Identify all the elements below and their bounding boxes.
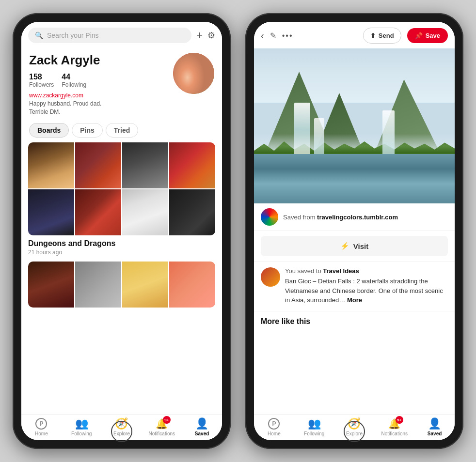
desc-board-name[interactable]: Travel Ideas [323,267,359,275]
source-prefix: Saved from [283,214,317,221]
more-like-this: More like this [254,311,455,330]
board-cell-1 [28,142,74,188]
visit-label: Visit [353,242,368,250]
desc-saved-text: You saved to Travel Ideas [285,267,448,275]
right-home-icon: P [268,417,280,430]
profile-bio: Happy husband. Proud dad. Terrible DM. [29,100,168,116]
source-avatar [261,208,278,226]
followers-stat[interactable]: 158 Followers [29,73,54,88]
following-icon: 👥 [75,417,88,430]
edit-button[interactable]: ✎ [270,31,276,40]
avatar [173,53,214,94]
search-bar[interactable]: 🔍 Search your Pins [28,28,191,43]
source-text: Saved from travelingcolors.tumblr.com [283,214,398,221]
profile-tabs: Boards Pins Tried [21,120,222,142]
boards-content: Dungeons and Dragons 21 hours ago [21,142,222,414]
desc-saved-to: saved to [298,267,323,275]
pin-description: You saved to Travel Ideas Ban Gioc – Det… [254,262,455,311]
water [254,154,455,203]
right-nav-home[interactable]: P Home [254,417,294,436]
top-bar: 🔍 Search your Pins + ⚙ [21,22,222,47]
board-1-time: 21 hours ago [28,249,215,256]
save-button[interactable]: 📌 Save [407,28,448,43]
left-phone: 🔍 Search your Pins + ⚙ Zack Argyle 158 F… [13,13,231,449]
sky [254,48,455,103]
right-notifications-icon: 🔔 9+ [388,417,401,430]
home-label: Home [35,431,48,436]
profile-section: Zack Argyle 158 Followers 44 Following w… [21,47,222,120]
desc-user-avatar [261,267,280,287]
save-label: Save [426,32,440,39]
right-phone: ‹ ✎ ••• ⬆ Send 📌 Save [245,13,463,449]
followers-label: Followers [29,81,54,88]
board-cell-7 [122,189,168,235]
lightning-icon: ⚡ [340,242,349,250]
notifications-label: Notifications [149,431,175,436]
profile-website[interactable]: www.zackargyle.com [29,92,168,99]
desc-user-name: You [285,267,296,275]
send-button[interactable]: ⬆ Send [363,28,401,44]
source-domain[interactable]: travelingcolors.tumblr.com [317,214,398,221]
waterfall-2 [314,118,324,157]
nav-saved[interactable]: 👤 Saved [182,417,222,436]
right-notifications-label: Notifications [381,431,408,436]
search-placeholder: Search your Pins [47,31,99,39]
tab-boards[interactable]: Boards [29,123,69,138]
right-following-icon: 👥 [308,417,320,430]
pin-top-bar: ‹ ✎ ••• ⬆ Send 📌 Save [254,22,455,48]
right-saved-icon: 👤 [428,417,441,430]
board-cell-5 [28,189,74,235]
bio-line1: Happy husband. Proud dad. [29,100,101,107]
following-stat[interactable]: 44 Following [62,73,86,88]
visit-button[interactable]: ⚡ Visit [261,236,448,256]
tab-tried[interactable]: Tried [106,123,138,138]
board-1-title: Dungeons and Dragons [28,239,215,248]
right-pinterest-outline: P [268,418,280,430]
right-screen: ‹ ✎ ••• ⬆ Send 📌 Save [254,22,455,440]
back-button[interactable]: ‹ [261,30,264,41]
nav-following[interactable]: 👥 Following [62,417,102,436]
board-2-grid[interactable] [28,262,215,308]
nav-notifications[interactable]: 🔔 9+ Notifications [142,417,182,436]
home-button-right[interactable] [344,421,365,442]
home-button-left[interactable] [111,421,132,442]
following-count: 44 [62,73,86,81]
board-1-grid[interactable] [28,142,215,235]
food-cell-3 [122,262,168,308]
followers-count: 158 [29,73,54,81]
right-nav-notifications[interactable]: 🔔 9+ Notifications [374,417,414,436]
settings-icon[interactable]: ⚙ [207,30,215,41]
desc-caption: Ban Gioc – Detian Falls : 2 waterfalls s… [285,277,448,305]
profile-info: Zack Argyle 158 Followers 44 Following w… [29,53,168,116]
profile-name: Zack Argyle [29,53,168,68]
visit-btn-row: ⚡ Visit [254,231,455,262]
waterfall-1 [294,103,310,157]
tab-pins[interactable]: Pins [72,123,103,138]
profile-screen: 🔍 Search your Pins + ⚙ Zack Argyle 158 F… [21,22,222,440]
notifications-icon: 🔔 9+ [156,417,168,430]
food-cell-1 [28,262,74,308]
notifications-badge: 9+ [163,416,171,424]
source-row: Saved from travelingcolors.tumblr.com [254,203,455,231]
more-like-title: More like this [261,317,448,326]
board-cell-3 [122,142,168,188]
more-button-desc[interactable]: More [347,296,362,304]
search-icon: 🔍 [35,31,43,39]
home-icon: P [35,417,48,430]
waterfall-image [254,48,455,203]
board-cell-8 [169,189,215,235]
right-home-label: Home [268,431,281,436]
right-nav-saved[interactable]: 👤 Saved [414,417,455,436]
more-button[interactable]: ••• [282,31,293,40]
caption-text: Ban Gioc – Detian Falls : 2 waterfalls s… [285,277,443,304]
right-saved-label: Saved [428,431,442,436]
right-nav-following[interactable]: 👥 Following [294,417,334,436]
pinterest-outline-icon: P [35,418,47,430]
waterfall-3 [382,110,395,157]
nav-home[interactable]: P Home [21,417,62,436]
board-cell-6 [75,189,121,235]
left-screen: 🔍 Search your Pins + ⚙ Zack Argyle 158 F… [21,22,222,440]
add-icon[interactable]: + [196,30,203,41]
pin-icon: 📌 [415,32,423,39]
board-cell-2 [75,142,121,188]
